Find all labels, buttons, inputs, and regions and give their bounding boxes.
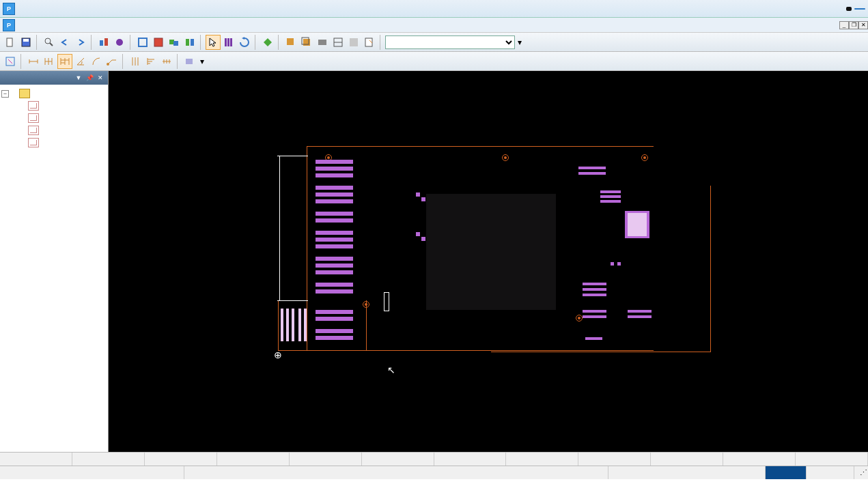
diamond-icon[interactable] xyxy=(260,35,275,50)
layer1-icon[interactable] xyxy=(135,35,150,50)
tree-item-panel[interactable] xyxy=(1,137,107,149)
fkey-2[interactable] xyxy=(72,453,145,466)
fit-icon[interactable] xyxy=(112,35,127,50)
tool-a-icon[interactable] xyxy=(283,35,298,50)
layer4-icon[interactable] xyxy=(182,35,197,50)
svg-line-26 xyxy=(8,59,12,63)
dim-stacked-icon[interactable] xyxy=(57,54,72,69)
tool-e-icon[interactable] xyxy=(346,35,361,50)
tree-item-assembly[interactable] xyxy=(1,100,107,112)
save-icon[interactable] xyxy=(18,35,33,50)
dim-horiz-icon[interactable] xyxy=(26,54,41,69)
tool-c-icon[interactable] xyxy=(315,35,330,50)
dimension-toolbar: ▾ xyxy=(0,52,868,71)
panel-close-icon[interactable]: ✕ xyxy=(96,73,105,83)
fkey-10[interactable] xyxy=(651,453,723,466)
fiducial-icon xyxy=(502,154,509,161)
panel-dropdown-icon[interactable]: ▼ xyxy=(74,73,83,83)
fkey-6[interactable] xyxy=(362,453,434,466)
svg-rect-0 xyxy=(7,38,12,46)
tool-d-icon[interactable] xyxy=(331,35,346,50)
svg-rect-17 xyxy=(287,38,294,45)
toolbar2-overflow-icon[interactable]: ▾ xyxy=(198,54,206,69)
toolbar-overflow-icon[interactable]: ▾ xyxy=(516,35,524,50)
mdi-restore-button[interactable]: ❐ xyxy=(849,21,858,29)
new-icon[interactable] xyxy=(3,35,18,50)
svg-line-4 xyxy=(50,43,53,46)
status-gloss[interactable] xyxy=(807,466,854,479)
main-toolbar: ▾ xyxy=(0,33,868,52)
resize-grip-icon[interactable]: ⋰ xyxy=(854,466,868,479)
status-layer xyxy=(608,466,766,479)
dim-angle-icon[interactable] xyxy=(73,54,88,69)
fkey-9[interactable] xyxy=(578,453,651,466)
layer-selector[interactable] xyxy=(385,35,515,49)
svg-rect-11 xyxy=(173,41,178,46)
tree-item-fabrication[interactable] xyxy=(1,124,107,137)
dim-leader-icon[interactable] xyxy=(104,54,120,69)
dim-grid-icon[interactable] xyxy=(128,54,143,69)
sheet-icon xyxy=(28,101,39,111)
layer2-icon[interactable] xyxy=(151,35,166,50)
tree-item-default[interactable] xyxy=(1,112,107,124)
status-grid[interactable] xyxy=(766,466,807,479)
work-area: ▼ 📌 ✕ − xyxy=(0,71,868,452)
tool-b-icon[interactable] xyxy=(299,35,314,50)
fkey-bar xyxy=(0,452,868,466)
svg-rect-5 xyxy=(100,40,103,46)
svg-point-39 xyxy=(107,63,109,66)
mentor-logo xyxy=(846,7,852,11)
refresh-icon[interactable] xyxy=(237,35,252,50)
fkey-11[interactable] xyxy=(723,453,796,466)
sheet-icon xyxy=(28,126,39,135)
mdi-minimize-button[interactable]: _ xyxy=(839,21,849,29)
status-bar: ⋰ xyxy=(0,466,868,479)
fiducial-icon xyxy=(641,154,648,161)
layer3-icon[interactable] xyxy=(167,35,182,50)
panel-titlebar[interactable]: ▼ 📌 ✕ xyxy=(0,71,108,85)
undo-icon[interactable] xyxy=(57,35,72,50)
tree-root[interactable]: − xyxy=(1,87,107,100)
fkey-7[interactable] xyxy=(434,453,507,466)
dim-baseline-icon[interactable] xyxy=(143,54,158,69)
mdi-close-button[interactable]: ✕ xyxy=(858,21,868,29)
fkey-3[interactable] xyxy=(145,453,217,466)
find-icon[interactable] xyxy=(42,35,57,50)
panel-pin-icon[interactable]: 📌 xyxy=(85,73,94,83)
collapse-icon[interactable]: − xyxy=(1,90,9,98)
dim-vert-icon[interactable] xyxy=(42,54,57,69)
svg-rect-2 xyxy=(23,39,29,42)
svg-rect-15 xyxy=(227,38,229,46)
tool-f-icon[interactable] xyxy=(362,35,377,50)
redo-icon[interactable] xyxy=(73,35,88,50)
title-bar: P xyxy=(0,0,868,18)
pointer-icon[interactable] xyxy=(206,35,221,50)
svg-rect-6 xyxy=(104,38,108,46)
fkey-5[interactable] xyxy=(290,453,362,466)
status-hint xyxy=(184,466,608,479)
brand-logos xyxy=(846,7,865,11)
sheet-icon xyxy=(28,138,39,147)
dim-chain-icon[interactable] xyxy=(159,54,174,69)
fkey-12[interactable] xyxy=(796,453,868,466)
dim-opt-icon[interactable] xyxy=(182,54,197,69)
svg-point-7 xyxy=(116,39,123,46)
svg-rect-8 xyxy=(139,38,147,46)
svg-rect-20 xyxy=(318,40,326,45)
columns-icon[interactable] xyxy=(221,35,236,50)
drawing-tree[interactable]: − xyxy=(0,85,108,452)
drawing-canvas[interactable]: ⊕ ↖ /*generated below via pads loop woul… xyxy=(109,71,868,452)
status-command xyxy=(0,466,184,479)
svg-rect-13 xyxy=(191,39,194,46)
svg-point-3 xyxy=(45,38,51,44)
app-icon: P xyxy=(3,3,15,15)
zoom-icon[interactable] xyxy=(96,35,111,50)
origin-icon: ⊕ xyxy=(272,349,283,360)
fkey-8[interactable] xyxy=(506,453,578,466)
fkey-4[interactable] xyxy=(217,453,290,466)
fkey-1[interactable] xyxy=(0,453,72,466)
dim-auto-icon[interactable] xyxy=(3,54,18,69)
svg-rect-51 xyxy=(186,59,193,64)
doc-icon[interactable]: P xyxy=(3,19,15,31)
dim-arc-icon[interactable] xyxy=(89,54,104,69)
